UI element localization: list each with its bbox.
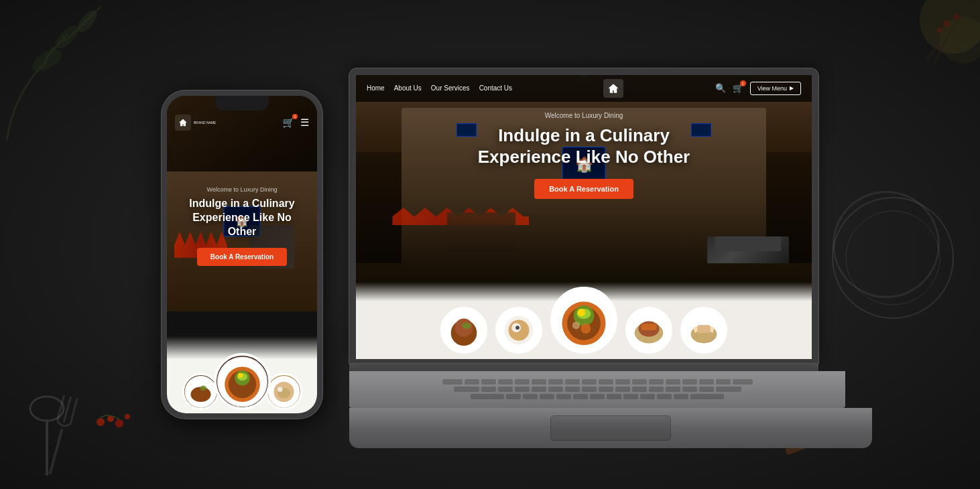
laptop-car <box>707 236 789 263</box>
laptop-nav-home[interactable]: Home <box>367 84 385 92</box>
svg-point-36 <box>278 387 283 392</box>
laptop-logo <box>603 79 623 98</box>
laptop-screen: 🏠 <box>356 75 812 359</box>
svg-rect-60 <box>697 325 710 333</box>
laptop-view-menu-button[interactable]: View Menu ▶ <box>750 82 801 95</box>
phone-notch <box>215 96 269 111</box>
laptop-nav-left: Home About Us Our Services Contact Us <box>367 84 512 92</box>
phone-food-strip <box>167 336 317 413</box>
phone-device: 🏠 <box>162 90 322 419</box>
laptop-screen-container: 🏠 <box>349 68 818 363</box>
svg-point-26 <box>200 385 206 391</box>
svg-point-53 <box>572 321 580 328</box>
laptop-food-2 <box>495 307 542 354</box>
svg-rect-57 <box>641 324 656 330</box>
laptop-cart-icon[interactable]: 🛒 2 <box>733 83 743 93</box>
svg-point-32 <box>237 372 243 378</box>
laptop-food-5 <box>680 307 727 354</box>
laptop-food-1 <box>440 307 487 354</box>
phone-headline: Indulge in a Culinary Experience Like No… <box>178 197 306 238</box>
laptop-view-menu-icon: ▶ <box>790 85 794 91</box>
laptop-search-icon[interactable]: 🔍 <box>715 83 726 93</box>
phone-welcome-text: Welcome to Luxury Dining <box>178 186 306 193</box>
phone-cta-button[interactable]: Book A Reservation <box>197 248 287 266</box>
phone-nav-icons: 🛒 2 ☰ <box>282 117 309 129</box>
phone-logo-text: BRAND NAME <box>194 121 216 125</box>
laptop-nav-links: Home About Us Our Services Contact Us <box>367 84 512 92</box>
laptop-nav-right: 🔍 🛒 2 View Menu ▶ <box>715 82 801 95</box>
svg-point-45 <box>515 326 519 330</box>
phone-navbar: BRAND NAME 🛒 2 ☰ <box>167 111 317 134</box>
laptop-logo-icon <box>603 79 623 98</box>
phone-food-item-3 <box>265 373 302 410</box>
laptop-trackpad-area <box>349 408 872 448</box>
laptop-view-menu-label: View Menu <box>757 85 787 92</box>
laptop-food-3-center <box>550 287 617 354</box>
phone-frame: 🏠 <box>162 90 322 419</box>
laptop-nav-about[interactable]: About Us <box>394 84 422 92</box>
phone-logo-icon <box>175 115 191 131</box>
phone-screen: 🏠 <box>167 96 317 413</box>
phone-logo: BRAND NAME <box>175 115 216 131</box>
laptop-trackpad[interactable] <box>550 415 671 441</box>
phone-menu-icon[interactable]: ☰ <box>300 117 309 129</box>
laptop-food-strip <box>356 282 812 359</box>
main-content: 🏠 <box>0 0 980 489</box>
phone-cart-icon[interactable]: 🛒 2 <box>282 117 295 129</box>
svg-point-52 <box>580 323 591 333</box>
laptop-hinge <box>349 363 818 371</box>
laptop-people <box>447 212 515 253</box>
phone-hero-content: Welcome to Luxury Dining Indulge in a Cu… <box>167 186 317 266</box>
laptop-headline: Indulge in a Culinary Experience Like No… <box>369 125 798 168</box>
phone-food-item-center <box>214 353 271 410</box>
laptop-keyboard <box>349 371 845 408</box>
laptop-welcome-text: Welcome to Luxury Dining <box>369 112 798 119</box>
laptop-nav-services[interactable]: Our Services <box>431 84 470 92</box>
svg-point-40 <box>462 322 471 329</box>
laptop-nav-contact[interactable]: Contact Us <box>479 84 512 92</box>
laptop-navbar: Home About Us Our Services Contact Us <box>356 75 812 102</box>
laptop-hero-content: Welcome to Luxury Dining Indulge in a Cu… <box>356 112 812 199</box>
laptop-device: 🏠 <box>349 68 818 448</box>
svg-point-51 <box>577 308 585 316</box>
laptop-food-4 <box>625 307 672 354</box>
laptop-cta-button[interactable]: Book A Reservation <box>534 179 633 199</box>
